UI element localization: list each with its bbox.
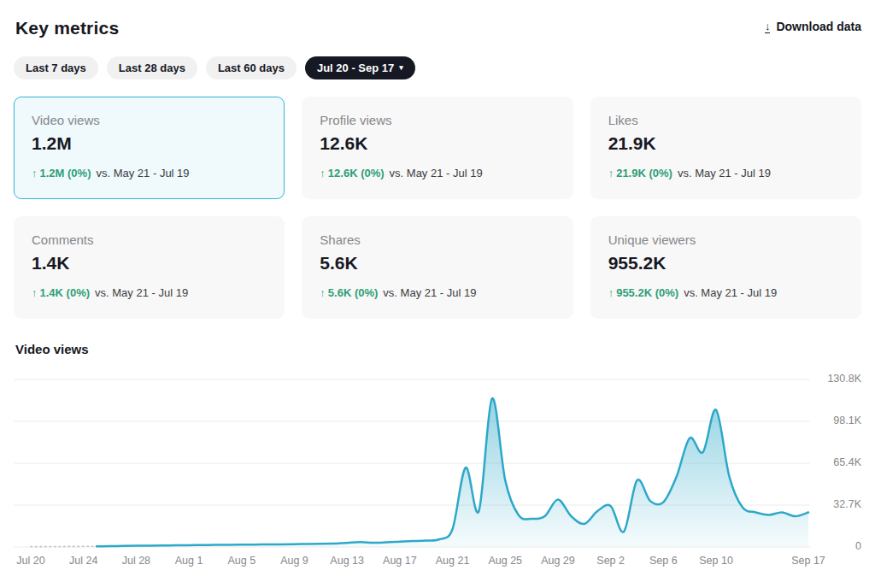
metric-value: 1.2M <box>32 133 267 154</box>
x-axis-tick-label: Jul 24 <box>69 555 97 567</box>
download-data-button[interactable]: ↓ Download data <box>765 20 861 33</box>
page-title: Key metrics <box>15 18 119 38</box>
x-axis-tick-label: Sep 10 <box>699 555 733 567</box>
area-fill <box>97 398 808 547</box>
metric-change: ↑955.2K (0%) vs. May 21 - Jul 19 <box>608 286 843 299</box>
page-header: Key metrics ↓ Download data <box>14 13 861 38</box>
download-icon: ↓ <box>765 21 771 33</box>
x-axis-tick-label: Sep 2 <box>596 555 625 567</box>
x-axis-tick-label: Aug 13 <box>330 555 364 567</box>
up-arrow-icon: ↑ <box>320 167 326 179</box>
y-axis-tick-label: 98.1K <box>808 415 861 426</box>
metric-card-shares[interactable]: Shares 5.6K ↑5.6K (0%) vs. May 21 - Jul … <box>302 216 573 319</box>
y-axis-tick-label: 65.4K <box>808 456 861 468</box>
filter-custom-date-range[interactable]: Jul 20 - Sep 17 ▾ <box>305 56 415 79</box>
comparison-period: vs. May 21 - Jul 19 <box>383 286 476 299</box>
metric-card-profile-views[interactable]: Profile views 12.6K ↑12.6K (0%) vs. May … <box>302 97 573 199</box>
download-label: Download data <box>776 20 861 33</box>
up-arrow-icon: ↑ <box>32 167 38 179</box>
chart-svg[interactable] <box>14 368 810 549</box>
y-axis-tick-label: 32.7K <box>808 498 861 510</box>
comparison-period: vs. May 21 - Jul 19 <box>678 167 771 179</box>
caret-down-icon: ▾ <box>399 64 403 72</box>
filter-last-60-days[interactable]: Last 60 days <box>206 56 297 79</box>
up-arrow-icon: ↑ <box>32 286 38 299</box>
metric-label: Unique viewers <box>608 232 843 247</box>
x-axis-tick-label: Sep 6 <box>649 555 678 567</box>
comparison-period: vs. May 21 - Jul 19 <box>95 286 188 299</box>
chart-section-title: Video views <box>15 342 861 356</box>
key-metrics-page: Key metrics ↓ Download data Last 7 days … <box>0 0 875 578</box>
metric-value: 955.2K <box>608 253 843 273</box>
up-arrow-icon: ↑ <box>320 286 326 299</box>
metric-value: 12.6K <box>320 133 555 154</box>
x-axis-tick-label: Sep 17 <box>791 555 825 567</box>
y-axis-tick-label: 0 <box>808 540 861 552</box>
x-axis-tick-label: Aug 25 <box>488 555 522 567</box>
up-arrow-icon: ↑ <box>608 286 614 299</box>
metric-change: ↑5.6K (0%) vs. May 21 - Jul 19 <box>320 286 555 299</box>
metric-card-likes[interactable]: Likes 21.9K ↑21.9K (0%) vs. May 21 - Jul… <box>590 97 861 199</box>
y-axis-tick-label: 130.8K <box>808 373 861 385</box>
metric-change: ↑21.9K (0%) vs. May 21 - Jul 19 <box>608 167 843 179</box>
metric-card-comments[interactable]: Comments 1.4K ↑1.4K (0%) vs. May 21 - Ju… <box>14 216 285 319</box>
comparison-period: vs. May 21 - Jul 19 <box>684 286 777 299</box>
metric-label: Comments <box>32 232 267 247</box>
filter-last-7-days[interactable]: Last 7 days <box>14 56 98 79</box>
x-axis-tick-label: Jul 28 <box>122 555 150 567</box>
filter-last-28-days[interactable]: Last 28 days <box>107 56 197 79</box>
x-axis-tick-label: Aug 21 <box>436 555 470 567</box>
x-axis-tick-label: Aug 17 <box>383 555 417 567</box>
x-axis-tick-label: Aug 5 <box>227 555 255 567</box>
metric-change: ↑12.6K (0%) vs. May 21 - Jul 19 <box>320 167 555 179</box>
video-views-chart: 032.7K65.4K98.1K130.8KJul 20Jul 24Jul 28… <box>14 368 861 578</box>
metric-value: 5.6K <box>320 253 555 273</box>
comparison-period: vs. May 21 - Jul 19 <box>390 167 483 179</box>
metric-label: Shares <box>320 232 555 247</box>
metric-label: Profile views <box>320 113 555 127</box>
metric-change: ↑1.4K (0%) vs. May 21 - Jul 19 <box>32 286 267 299</box>
x-axis-tick-label: Aug 29 <box>541 555 575 567</box>
up-arrow-icon: ↑ <box>608 167 614 179</box>
date-range-filters: Last 7 days Last 28 days Last 60 days Ju… <box>14 56 861 79</box>
metric-value: 1.4K <box>32 253 267 273</box>
metric-card-video-views[interactable]: Video views 1.2M ↑1.2M (0%) vs. May 21 -… <box>14 97 285 199</box>
metric-label: Video views <box>32 113 267 127</box>
metric-value: 21.9K <box>608 133 843 154</box>
x-axis-tick-label: Aug 9 <box>280 555 308 567</box>
metric-label: Likes <box>608 113 843 127</box>
x-axis-tick-label: Jul 20 <box>16 555 44 567</box>
comparison-period: vs. May 21 - Jul 19 <box>96 167 189 179</box>
metric-cards: Video views 1.2M ↑1.2M (0%) vs. May 21 -… <box>14 97 861 319</box>
metric-change: ↑1.2M (0%) vs. May 21 - Jul 19 <box>32 167 267 179</box>
metric-card-unique-viewers[interactable]: Unique viewers 955.2K ↑955.2K (0%) vs. M… <box>590 216 861 319</box>
x-axis-tick-label: Aug 1 <box>175 555 203 567</box>
